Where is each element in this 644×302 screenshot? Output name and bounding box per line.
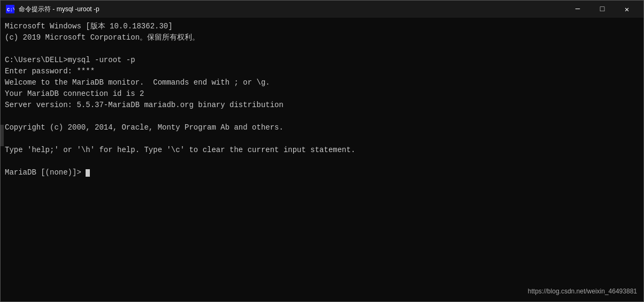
terminal-body[interactable]: Microsoft Windows [版本 10.0.18362.30](c) … <box>1 18 643 301</box>
titlebar: C:\ 命令提示符 - mysql -uroot -p ─ □ ✕ <box>1 1 643 18</box>
cmd-icon: C:\ <box>5 4 16 14</box>
terminal-line: Your MariaDB connection id is 2 <box>5 88 639 100</box>
terminal-window: C:\ 命令提示符 - mysql -uroot -p ─ □ ✕ Micros… <box>0 0 644 302</box>
cursor <box>86 169 90 177</box>
titlebar-controls: ─ □ ✕ <box>565 1 639 18</box>
scrollbar-indicator <box>1 125 4 146</box>
terminal-line: Welcome to the MariaDB monitor. Commands… <box>5 77 639 88</box>
terminal-line: Microsoft Windows [版本 10.0.18362.30] <box>5 21 639 32</box>
terminal-output: Microsoft Windows [版本 10.0.18362.30](c) … <box>5 21 639 178</box>
terminal-line <box>5 156 639 167</box>
maximize-button[interactable]: □ <box>590 1 615 18</box>
svg-text:C:\: C:\ <box>7 7 14 13</box>
terminal-line: (c) 2019 Microsoft Corporation。保留所有权利。 <box>5 32 639 43</box>
watermark: https://blog.csdn.net/weixin_46493881 <box>528 287 637 296</box>
titlebar-title: 命令提示符 - mysql -uroot -p <box>19 5 565 14</box>
terminal-line <box>5 111 639 122</box>
terminal-line: MariaDB [(none)]> <box>5 167 639 178</box>
terminal-line: Server version: 5.5.37-MariaDB mariadb.o… <box>5 100 639 111</box>
terminal-line: C:\Users\DELL>mysql -uroot -p <box>5 55 639 66</box>
terminal-line: Type 'help;' or '\h' for help. Type '\c'… <box>5 145 639 156</box>
terminal-line <box>5 43 639 55</box>
close-button[interactable]: ✕ <box>615 1 639 18</box>
terminal-line <box>5 133 639 145</box>
terminal-line: Copyright (c) 2000, 2014, Oracle, Monty … <box>5 122 639 133</box>
terminal-line: Enter password: **** <box>5 66 639 77</box>
minimize-button[interactable]: ─ <box>565 1 590 18</box>
